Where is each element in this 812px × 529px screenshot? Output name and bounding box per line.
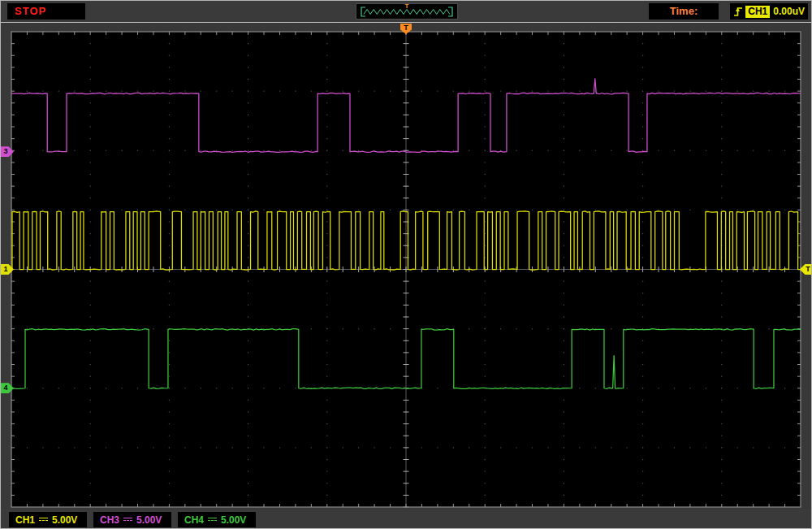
- channel1-readout[interactable]: CH1 5.00V: [9, 512, 87, 527]
- trigger-position-preview[interactable]: T: [356, 3, 458, 20]
- trigger-settings: CH1 0.00uV: [730, 3, 808, 20]
- channel3-scale: 5.00V: [136, 514, 162, 526]
- scope-graticule: [1, 24, 812, 509]
- timebase-readout: Time: 20.00ms: [649, 3, 719, 20]
- channel4-scale: 5.00V: [221, 514, 246, 526]
- bottom-bar: CH1 5.00V CH3 5.00V CH4 5.00V: [1, 509, 811, 529]
- oscilloscope-window: STOP T Time: 20.00ms CH1 0.00uV T 3 1 4 …: [0, 0, 812, 529]
- timebase-label: Time:: [670, 5, 698, 17]
- channel4-name: CH4: [184, 514, 204, 526]
- channel1-name: CH1: [15, 514, 35, 526]
- channel1-scale: 5.00V: [52, 514, 77, 526]
- trigger-source-badge[interactable]: CH1: [745, 6, 770, 18]
- dc-coupling-icon: [123, 518, 132, 522]
- top-bar: STOP T Time: 20.00ms CH1 0.00uV: [1, 1, 811, 23]
- dc-coupling-icon: [208, 518, 217, 522]
- trigger-level-readout: 0.00uV: [773, 6, 805, 17]
- channel3-readout[interactable]: CH3 5.00V: [93, 512, 171, 527]
- acquisition-status[interactable]: STOP: [7, 3, 85, 20]
- channel4-readout[interactable]: CH4 5.00V: [178, 512, 256, 527]
- channel3-name: CH3: [100, 514, 119, 526]
- preview-trigger-marker: T: [356, 2, 457, 10]
- dc-coupling-icon: [39, 518, 48, 522]
- rising-edge-trigger-icon: [733, 5, 742, 18]
- scope-display: T 3 1 4 T: [1, 24, 812, 509]
